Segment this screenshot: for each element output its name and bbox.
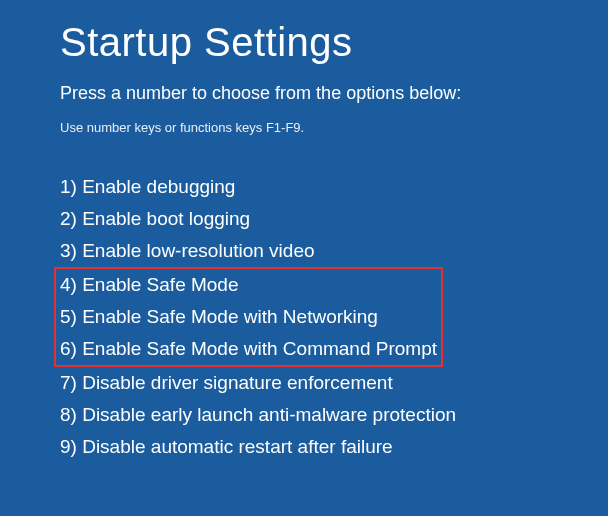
option-1[interactable]: 1) Enable debugging [60,171,548,203]
options-list: 1) Enable debugging 2) Enable boot loggi… [60,171,548,463]
page-title: Startup Settings [60,20,548,65]
option-4[interactable]: 4) Enable Safe Mode [60,269,437,301]
option-6[interactable]: 6) Enable Safe Mode with Command Prompt [60,333,437,365]
option-9[interactable]: 9) Disable automatic restart after failu… [60,431,548,463]
startup-settings-panel: Startup Settings Press a number to choos… [0,0,608,463]
option-5[interactable]: 5) Enable Safe Mode with Networking [60,301,437,333]
hint-text: Use number keys or functions keys F1-F9. [60,120,548,135]
highlight-safe-mode-options: 4) Enable Safe Mode 5) Enable Safe Mode … [54,267,443,367]
option-3[interactable]: 3) Enable low-resolution video [60,235,548,267]
option-2[interactable]: 2) Enable boot logging [60,203,548,235]
option-8[interactable]: 8) Disable early launch anti-malware pro… [60,399,548,431]
option-7[interactable]: 7) Disable driver signature enforcement [60,367,548,399]
instruction-text: Press a number to choose from the option… [60,83,548,104]
